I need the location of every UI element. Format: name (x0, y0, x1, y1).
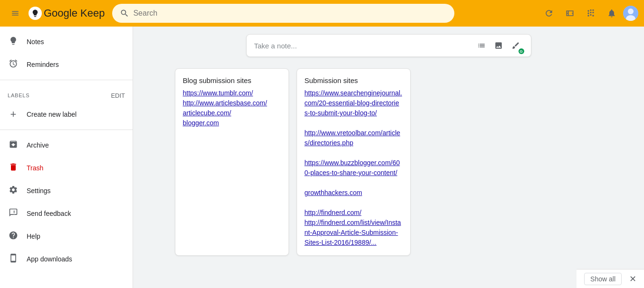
note-title: Blog submission sites (183, 76, 281, 84)
settings-label: Settings (27, 187, 51, 195)
archive-icon (8, 139, 19, 151)
search-bar[interactable] (112, 4, 454, 23)
feedback-icon (8, 208, 19, 220)
sidebar-item-notes[interactable]: Notes (0, 30, 125, 53)
sidebar-divider-2 (0, 130, 133, 130)
create-new-label-button[interactable]: + Create new label (0, 103, 133, 126)
refresh-button[interactable] (539, 4, 558, 23)
trash-label: Trash (27, 164, 43, 172)
take-note-placeholder: Take a note... (254, 42, 474, 50)
lightbulb-icon (8, 36, 19, 48)
close-bottom-bar-button[interactable]: ✕ (629, 274, 636, 284)
note-body: https://www.searchenginejournal.com/20-e… (305, 88, 403, 248)
note-link[interactable]: https://www.buzzblogger.com/600-places-t… (305, 159, 400, 177)
app-name: Google Keep (44, 7, 105, 19)
sidebar-item-settings[interactable]: Settings (0, 179, 125, 202)
sidebar-item-help[interactable]: Help (0, 225, 125, 248)
user-avatar[interactable] (623, 6, 638, 21)
take-note-actions: G (474, 38, 523, 53)
hamburger-menu-button[interactable] (6, 4, 25, 23)
take-note-bar[interactable]: Take a note... G (246, 34, 531, 57)
draw-icon[interactable]: G (508, 38, 523, 53)
create-label-text: Create new label (27, 111, 77, 118)
topnav-actions (539, 4, 638, 23)
note-link[interactable]: blogger.com (183, 119, 219, 127)
search-input[interactable] (133, 9, 447, 18)
reminders-icon (8, 59, 19, 71)
sidebar-item-archive[interactable]: Archive (0, 134, 125, 157)
note-card-blog-submission[interactable]: Blog submission sites https://www.tumblr… (175, 68, 289, 256)
help-label: Help (27, 232, 40, 240)
apps-button[interactable] (581, 4, 600, 23)
note-link[interactable]: http://www.vretoolbar.com/articles/direc… (305, 129, 401, 147)
archive-label: Archive (27, 141, 49, 149)
add-icon: + (8, 108, 19, 121)
note-link[interactable]: articlecube.com/ (183, 109, 231, 117)
svg-point-1 (628, 9, 634, 14)
main-layout: Notes Reminders Labels EDIT + Create new… (0, 27, 644, 288)
app-downloads-label: App downloads (27, 255, 72, 263)
note-body: https://www.tumblr.com/ http://www.artic… (183, 88, 281, 128)
reminders-label: Reminders (27, 61, 59, 68)
notes-label: Notes (27, 38, 44, 46)
app-downloads-icon (8, 253, 19, 265)
labels-title: Labels (8, 93, 29, 98)
sidebar-divider-1 (0, 80, 133, 80)
note-link[interactable]: growthhackers.com (305, 189, 362, 196)
send-feedback-label: Send feedback (27, 210, 71, 217)
sidebar-item-send-feedback[interactable]: Send feedback (0, 202, 125, 225)
notes-grid: Blog submission sites https://www.tumblr… (175, 68, 603, 256)
note-link[interactable]: https://www.tumblr.com/ (183, 89, 253, 97)
note-link[interactable]: http://findnerd.com/ (305, 209, 362, 216)
sidebar-item-trash[interactable]: Trash (0, 157, 125, 179)
image-icon[interactable] (491, 38, 506, 53)
settings-icon (8, 185, 19, 197)
sidebar-item-app-downloads[interactable]: App downloads (0, 248, 125, 270)
main-content: Take a note... G (133, 27, 644, 288)
help-icon (8, 231, 19, 242)
topnav: Google Keep (0, 0, 644, 27)
trash-icon (8, 162, 19, 174)
show-all-button[interactable]: Show all (584, 273, 622, 285)
note-link[interactable]: http://www.articlesbase.com/ (183, 99, 267, 107)
note-title: Submission sites (305, 76, 403, 84)
keep-logo-icon (29, 7, 42, 20)
app-logo: Google Keep (29, 7, 105, 20)
bottom-bar: Show all ✕ (577, 269, 644, 288)
note-link[interactable]: http://findnerd.com/list/view/Instant-Ap… (305, 219, 401, 246)
checklist-icon[interactable] (474, 38, 489, 53)
view-toggle-button[interactable] (560, 4, 579, 23)
sidebar-item-reminders[interactable]: Reminders (0, 53, 125, 76)
labels-edit-button[interactable]: EDIT (111, 92, 125, 99)
note-link[interactable]: https://www.searchenginejournal.com/20-e… (305, 89, 402, 117)
search-icon (120, 9, 129, 18)
notifications-button[interactable] (602, 4, 621, 23)
sidebar: Notes Reminders Labels EDIT + Create new… (0, 27, 133, 288)
note-card-submission-sites[interactable]: Submission sites https://www.searchengin… (297, 68, 411, 256)
labels-section-header: Labels EDIT (0, 84, 133, 103)
